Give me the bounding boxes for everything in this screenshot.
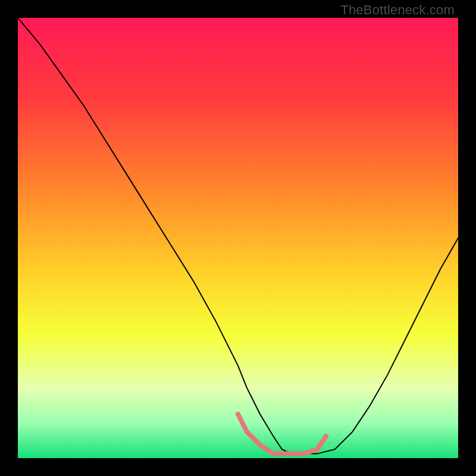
chart-frame xyxy=(18,18,458,458)
watermark-text: TheBottleneck.com xyxy=(340,2,455,18)
bottleneck-chart xyxy=(18,18,458,458)
gradient-background xyxy=(18,18,458,458)
